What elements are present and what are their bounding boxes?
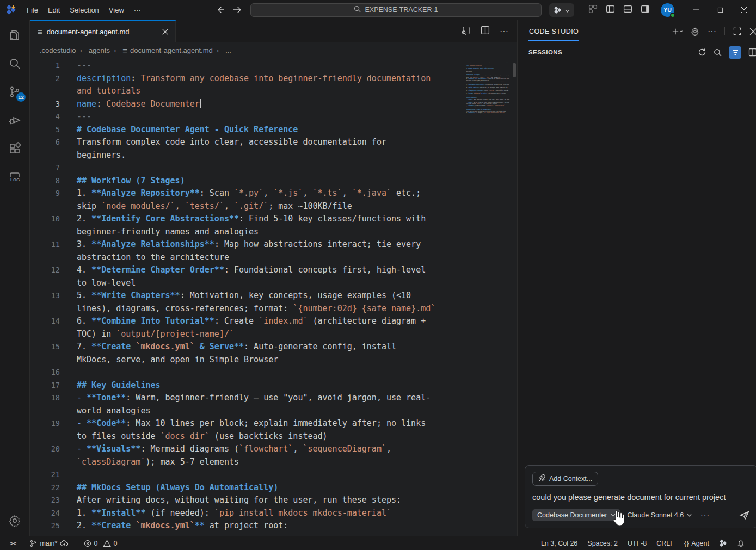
search-sessions-icon[interactable]: [714, 48, 722, 57]
add-context-button[interactable]: Add Context...: [532, 472, 598, 486]
scrollbar-thumb[interactable]: [513, 63, 516, 77]
source-control-icon[interactable]: 12: [8, 85, 21, 98]
send-button[interactable]: [739, 510, 750, 521]
menu-selection[interactable]: Selection: [65, 4, 103, 16]
menu-file[interactable]: File: [22, 4, 43, 16]
toggle-primary-sidebar-icon[interactable]: [606, 4, 615, 16]
editor-line[interactable]: 17## Key Guidelines: [30, 379, 517, 392]
editor-more-actions[interactable]: ···: [500, 27, 508, 36]
editor-line[interactable]: 21: [30, 468, 517, 481]
extensions-icon[interactable]: [8, 142, 21, 155]
editor-line[interactable]: 252. **Create `mkdocs.yml`** at project …: [30, 520, 517, 533]
copilot-status-icon[interactable]: [714, 539, 732, 547]
tab-close-icon[interactable]: [161, 27, 170, 36]
editor-line[interactable]: 3name: Codebase Documenter: [30, 98, 517, 111]
editor-line[interactable]: 1---: [30, 59, 517, 72]
back-arrow-icon[interactable]: [217, 5, 225, 14]
run-debug-icon[interactable]: [8, 114, 21, 127]
markdown-file-icon: ≡: [38, 28, 42, 36]
menu-edit[interactable]: Edit: [43, 4, 65, 16]
cursor-position[interactable]: Ln 3, Col 26: [536, 540, 582, 547]
text-caret: [200, 99, 201, 108]
markdown-file-icon: ≡: [122, 46, 127, 54]
editor-group: ≡ document-agent.agent.md ···: [30, 20, 517, 536]
branch-indicator[interactable]: main*: [26, 536, 72, 550]
account-avatar[interactable]: YU: [661, 3, 674, 17]
panel-settings-gear-icon[interactable]: [691, 27, 699, 36]
open-preview-icon[interactable]: [461, 26, 471, 38]
agent-selector[interactable]: Codebase Documenter: [532, 509, 620, 521]
editor-line[interactable]: 157. **Create `mkdocs.yml` & Serve**: Au…: [30, 341, 517, 366]
breadcrumb: .codestudio agents ≡document-agent.agent…: [30, 42, 517, 58]
search-sidebar-icon[interactable]: [8, 57, 21, 70]
menu-more[interactable]: ···: [129, 4, 146, 16]
minimize-button[interactable]: [684, 0, 708, 20]
editor-line[interactable]: 5# Codebase Documenter Agent - Quick Ref…: [30, 123, 517, 137]
close-window-button[interactable]: [732, 0, 756, 20]
new-session-icon[interactable]: [672, 28, 683, 35]
command-search-box[interactable]: EXPENSE-TRACKER-1: [250, 3, 542, 17]
editor-line[interactable]: 22## MkDocs Setup (Always Do Automatical…: [30, 481, 517, 495]
paperclip-icon: [538, 474, 545, 483]
customize-layout-icon[interactable]: [588, 4, 598, 16]
toggle-panel-icon[interactable]: [623, 4, 632, 16]
remote-icon: ><: [10, 540, 15, 547]
editor-line[interactable]: 113. **Analyze Relationships**: Map how …: [30, 238, 517, 264]
editor-line[interactable]: 4---: [30, 110, 517, 123]
toggle-secondary-sidebar-icon[interactable]: [641, 4, 650, 16]
close-panel-icon[interactable]: [749, 28, 756, 35]
editor-line[interactable]: 241. **Install** (if needed): `pip insta…: [30, 507, 517, 520]
menu-view[interactable]: View: [104, 4, 129, 16]
maximize-panel-icon[interactable]: [733, 27, 741, 35]
editor-line[interactable]: 6Transform complex code into clear, acce…: [30, 136, 517, 162]
editor-line[interactable]: 7: [30, 162, 517, 175]
editor-line[interactable]: 124. **Determine Chapter Order**: Founda…: [30, 264, 517, 289]
language-mode[interactable]: {} Agent: [679, 540, 714, 547]
errors-icon: [84, 540, 91, 547]
activity-bar: 12 LOG: [0, 20, 30, 536]
editor-line[interactable]: 252. **Create `mkdocs.yml`** at project …: [464, 113, 510, 115]
panel-tab-code-studio[interactable]: CODE STUDIO: [528, 22, 579, 41]
editor-line[interactable]: 19- **Code**: Max 10 lines per block; ex…: [30, 417, 517, 443]
encoding[interactable]: UTF-8: [623, 540, 651, 547]
editor-line[interactable]: 18- **Tone**: Warm, beginner-friendly — …: [30, 392, 517, 417]
editor-line[interactable]: 135. **Write Chapters**: Motivation, key…: [30, 289, 517, 315]
editor-line[interactable]: 8## Workflow (7 Stages): [30, 175, 517, 188]
filter-sessions-icon[interactable]: [729, 46, 741, 59]
split-view-icon[interactable]: [748, 48, 756, 57]
model-selector[interactable]: Claude Sonnet 4.6: [628, 511, 692, 519]
chat-message-input[interactable]: could you please generate document for c…: [532, 491, 750, 504]
copilot-menu-button[interactable]: [549, 3, 574, 17]
forward-arrow-icon[interactable]: [233, 5, 242, 14]
explorer-icon[interactable]: [8, 29, 21, 42]
panel-header: CODE STUDIO ···: [518, 20, 756, 42]
editor-line[interactable]: 23After writing docs, without waiting fo…: [30, 494, 517, 507]
breadcrumb-folder[interactable]: .codestudio: [40, 46, 76, 54]
chat-input-box[interactable]: Add Context... could you please generate…: [525, 465, 756, 528]
log-panel-icon[interactable]: LOG: [8, 170, 22, 184]
breadcrumb-file[interactable]: ≡document-agent.agent.md: [110, 46, 213, 54]
minimap[interactable]: 1---2description: Transform any codebase…: [464, 60, 510, 120]
notifications-bell-icon[interactable]: [732, 539, 749, 547]
editor-line[interactable]: 91. **Analyze Repository**: Scan `*.py`,…: [30, 187, 517, 213]
eol-sequence[interactable]: CRLF: [651, 540, 679, 547]
chat-more-options[interactable]: ···: [700, 511, 710, 520]
maximize-button[interactable]: [708, 0, 732, 20]
remote-indicator[interactable]: ><: [7, 536, 19, 550]
tab-document-agent[interactable]: ≡ document-agent.agent.md: [30, 20, 176, 42]
editor-line[interactable]: 16: [30, 366, 517, 379]
breadcrumb-folder[interactable]: agents: [76, 46, 110, 54]
search-text: EXPENSE-TRACKER-1: [365, 6, 438, 14]
problems-indicator[interactable]: 0 0: [81, 536, 120, 550]
panel-more-actions[interactable]: ···: [708, 27, 716, 36]
editor-line[interactable]: 146. **Combine Into Tutorial**: Create `…: [30, 315, 517, 341]
editor-line[interactable]: 2description: Transform any codebase int…: [30, 72, 517, 98]
editor[interactable]: 1---2description: Transform any codebase…: [30, 58, 517, 536]
indentation[interactable]: Spaces: 2: [582, 540, 623, 547]
editor-line[interactable]: 20- **Visuals**: Mermaid diagrams (`flow…: [30, 443, 517, 468]
settings-gear-icon[interactable]: [8, 514, 21, 527]
refresh-sessions-icon[interactable]: [698, 48, 706, 57]
breadcrumb-symbol[interactable]: ...: [213, 46, 231, 54]
editor-line[interactable]: 102. **Identify Core Abstractions**: Fin…: [30, 213, 517, 238]
split-editor-icon[interactable]: [481, 26, 490, 37]
